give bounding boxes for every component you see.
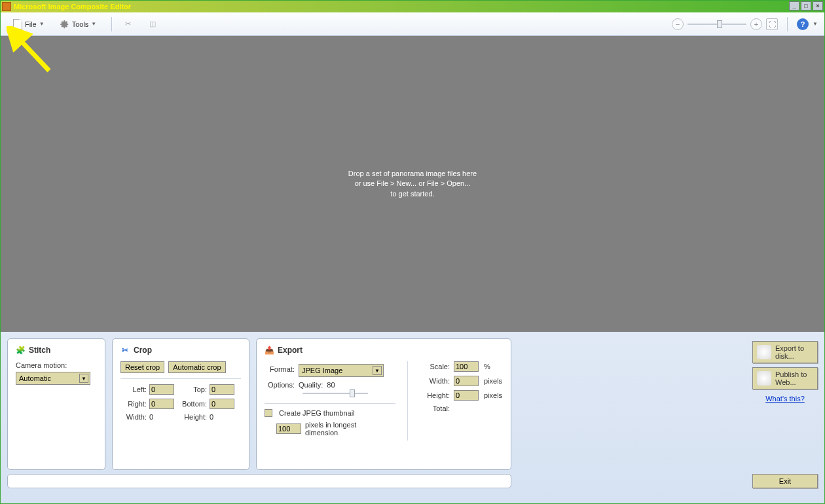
file-menu[interactable]: File ▼ bbox=[7, 16, 50, 33]
export-icon: 📤 bbox=[265, 346, 274, 355]
fit-button[interactable]: ⛶ bbox=[766, 18, 778, 30]
height-label: Height: bbox=[181, 413, 207, 421]
ex-width-label: Width: bbox=[420, 377, 450, 385]
thumbnail-pixels-input[interactable] bbox=[276, 423, 301, 434]
chevron-down-icon: ▼ bbox=[91, 21, 96, 27]
disk-icon bbox=[757, 345, 771, 359]
reset-crop-button[interactable]: Reset crop bbox=[120, 361, 164, 373]
stitch-icon: 🧩 bbox=[16, 346, 25, 355]
scale-label: Scale: bbox=[420, 363, 450, 370]
format-value: JPEG Image bbox=[302, 367, 342, 374]
cube-tool-button[interactable]: ◫ bbox=[142, 16, 163, 32]
camera-motion-value: Automatic bbox=[19, 374, 51, 382]
camera-motion-label: Camera motion: bbox=[16, 361, 97, 369]
side-actions: Export to disk... Publish to Web... What… bbox=[752, 338, 818, 470]
whats-this-link[interactable]: What's this? bbox=[765, 395, 805, 403]
top-label: Top: bbox=[181, 386, 207, 393]
toolbar-right: − + ⛶ ? ▼ bbox=[672, 17, 818, 31]
chevron-down-icon: ▼ bbox=[373, 366, 382, 375]
divider bbox=[407, 361, 408, 441]
maximize-button[interactable]: □ bbox=[801, 1, 811, 10]
help-button[interactable]: ? bbox=[797, 18, 809, 30]
quality-value: 80 bbox=[327, 381, 335, 389]
crop-icon: ✂ bbox=[123, 20, 132, 29]
quality-label: Quality: bbox=[299, 381, 323, 389]
title-bar: Microsoft Image Composite Editor _ □ × bbox=[1, 1, 824, 12]
scale-input[interactable] bbox=[454, 361, 479, 372]
options-label: Options: bbox=[265, 381, 295, 389]
scale-unit: % bbox=[484, 363, 490, 370]
quality-handle[interactable] bbox=[350, 389, 355, 397]
exit-button[interactable]: Exit bbox=[752, 474, 818, 488]
cube-icon: ◫ bbox=[148, 20, 157, 29]
separator bbox=[787, 17, 788, 31]
tools-label: Tools bbox=[72, 20, 89, 28]
zoom-in-button[interactable]: + bbox=[750, 18, 762, 30]
left-label: Left: bbox=[120, 386, 147, 393]
bottom-label: Bottom: bbox=[181, 400, 207, 408]
status-bar bbox=[7, 474, 511, 488]
file-icon bbox=[13, 19, 22, 29]
stitch-panel: 🧩Stitch Camera motion: Automatic ▼ bbox=[7, 338, 105, 470]
crop-tool-button[interactable]: ✂ bbox=[117, 16, 138, 32]
format-dropdown[interactable]: JPEG Image ▼ bbox=[299, 364, 384, 377]
app-icon bbox=[2, 2, 11, 11]
canvas-message: Drop a set of panorama image files here … bbox=[348, 169, 477, 199]
export-to-disk-button[interactable]: Export to disk... bbox=[752, 341, 818, 363]
chevron-down-icon: ▼ bbox=[813, 21, 818, 27]
left-input[interactable] bbox=[149, 384, 174, 395]
crop-panel: ✂Crop Reset crop Automatic crop Left: Ri… bbox=[112, 338, 249, 470]
separator bbox=[111, 17, 112, 31]
bottom-input[interactable] bbox=[210, 399, 234, 409]
toolbar: File ▼ Tools ▼ ✂ ◫ − + ⛶ ? ▼ bbox=[1, 12, 824, 36]
thumbnail-unit-label: pixels in longest dimension bbox=[305, 421, 364, 437]
canvas-msg-line1: Drop a set of panorama image files here bbox=[348, 169, 477, 179]
right-input[interactable] bbox=[149, 399, 174, 409]
thumbnail-checkbox[interactable] bbox=[265, 409, 272, 417]
top-input[interactable] bbox=[210, 384, 234, 395]
ex-height-input[interactable] bbox=[454, 390, 479, 401]
canvas-msg-line2: or use File > New... or File > Open... bbox=[348, 179, 477, 189]
window-buttons: _ □ × bbox=[789, 1, 823, 10]
total-label: Total: bbox=[420, 405, 450, 412]
zoom-out-button[interactable]: − bbox=[672, 18, 684, 30]
stitch-heading: 🧩Stitch bbox=[16, 346, 97, 355]
crop-heading: ✂Crop bbox=[120, 346, 241, 355]
camera-motion-dropdown[interactable]: Automatic ▼ bbox=[16, 372, 90, 385]
px-unit: pixels bbox=[484, 391, 502, 399]
ex-width-input[interactable] bbox=[454, 376, 479, 386]
right-label: Right: bbox=[120, 400, 147, 408]
publish-to-web-button[interactable]: Publish to Web... bbox=[752, 367, 818, 389]
canvas-msg-line3: to get started. bbox=[348, 189, 477, 199]
chevron-down-icon: ▼ bbox=[39, 21, 45, 27]
zoom-slider[interactable] bbox=[688, 24, 746, 25]
ex-height-label: Height: bbox=[420, 391, 450, 399]
thumbnail-label: Create JPEG thumbnail bbox=[279, 409, 355, 417]
format-label: Format: bbox=[265, 365, 295, 373]
zoom-handle[interactable] bbox=[717, 20, 722, 28]
px-unit: pixels bbox=[484, 377, 502, 385]
app-title: Microsoft Image Composite Editor bbox=[14, 3, 131, 10]
file-label: File bbox=[25, 20, 37, 28]
chevron-down-icon: ▼ bbox=[79, 374, 88, 383]
automatic-crop-button[interactable]: Automatic crop bbox=[168, 361, 225, 373]
status-row: Exit bbox=[1, 473, 824, 494]
tools-menu[interactable]: Tools ▼ bbox=[54, 16, 103, 32]
minimize-button[interactable]: _ bbox=[789, 1, 799, 10]
height-value: 0 bbox=[210, 413, 213, 421]
close-button[interactable]: × bbox=[813, 1, 823, 10]
width-label: Width: bbox=[120, 413, 147, 421]
divider bbox=[265, 403, 395, 404]
export-panel: 📤Export Format: JPEG Image ▼ Options: Qu… bbox=[256, 338, 511, 470]
export-disk-label: Export to disk... bbox=[775, 344, 813, 360]
quality-slider[interactable] bbox=[302, 393, 368, 394]
export-heading: 📤Export bbox=[265, 346, 503, 355]
crop-icon: ✂ bbox=[120, 346, 130, 355]
gear-icon bbox=[60, 20, 69, 29]
divider bbox=[120, 378, 241, 379]
web-icon bbox=[757, 371, 771, 386]
width-value: 0 bbox=[149, 413, 153, 421]
canvas-drop-area[interactable]: Drop a set of panorama image files here … bbox=[1, 36, 824, 332]
publish-web-label: Publish to Web... bbox=[775, 370, 813, 386]
bottom-panels: 🧩Stitch Camera motion: Automatic ▼ ✂Crop… bbox=[1, 332, 824, 473]
